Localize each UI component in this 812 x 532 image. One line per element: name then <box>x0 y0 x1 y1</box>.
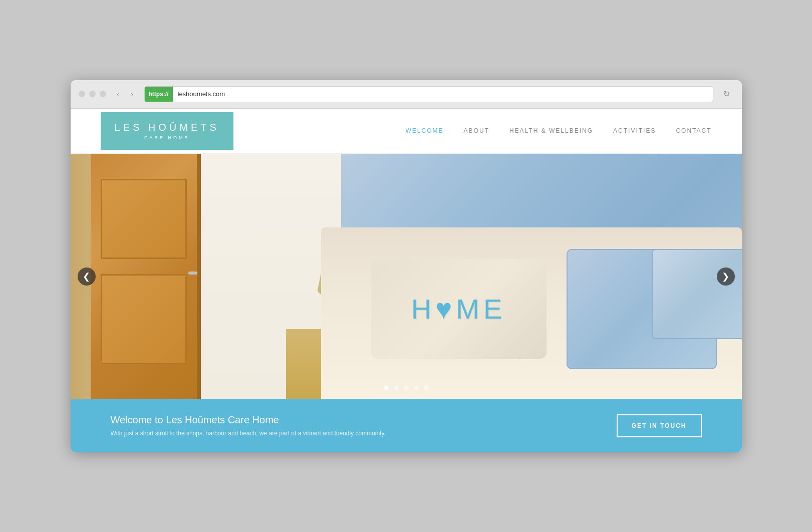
site-logo[interactable]: LES HOÛMETS CARE HOME <box>101 112 233 150</box>
carousel-dot-5[interactable] <box>424 385 429 390</box>
carousel-dot-1[interactable] <box>384 385 389 390</box>
pillow-main-graphic: H♥ME <box>371 259 547 359</box>
site-nav: WELCOME ABOUT HEALTH & WELLBEING ACTIVIT… <box>406 127 712 134</box>
cta-title: Welcome to Les Hoûmets Care Home <box>111 414 386 426</box>
nav-item-welcome[interactable]: WELCOME <box>406 127 444 134</box>
address-bar[interactable]: https:// leshoumets.com <box>144 86 713 102</box>
get-in-touch-button[interactable]: GET IN TOUCH <box>617 414 702 437</box>
cta-subtitle: With just a short stroll to the shops, h… <box>111 430 386 437</box>
cta-bar: Welcome to Les Hoûmets Care Home With ju… <box>71 399 742 452</box>
door-panel-top <box>101 179 187 259</box>
website-content: LES HOÛMETS CARE HOME WELCOME ABOUT HEAL… <box>71 109 742 452</box>
pillow-blue-graphic <box>652 249 742 339</box>
carousel-dot-4[interactable] <box>414 385 419 390</box>
carousel-dots <box>384 385 429 390</box>
door-panel-bottom <box>101 274 187 364</box>
nav-item-about[interactable]: ABOUT <box>464 127 489 134</box>
forward-button[interactable]: › <box>126 88 138 100</box>
nav-item-contact[interactable]: CONTACT <box>676 127 711 134</box>
close-window-btn[interactable] <box>79 91 85 97</box>
carousel-dot-2[interactable] <box>394 385 399 390</box>
home-pillow-text: H♥ME <box>411 293 506 325</box>
maximize-window-btn[interactable] <box>100 91 106 97</box>
https-badge: https:// <box>145 87 173 102</box>
bedroom-scene: H♥ME <box>71 154 742 399</box>
browser-chrome: ‹ › https:// leshoumets.com ↻ <box>71 80 742 109</box>
door-graphic <box>91 154 201 399</box>
minimize-window-btn[interactable] <box>89 91 96 97</box>
logo-title: LES HOÛMETS <box>115 122 219 133</box>
site-header: LES HOÛMETS CARE HOME WELCOME ABOUT HEAL… <box>71 109 742 154</box>
carousel-dot-3[interactable] <box>404 385 409 390</box>
bed-graphic: H♥ME <box>321 227 742 399</box>
hero-carousel: H♥ME ❮ ❯ <box>71 154 742 399</box>
door-handle <box>188 272 197 275</box>
browser-window: ‹ › https:// leshoumets.com ↻ LES HOÛMET… <box>71 80 742 452</box>
back-button[interactable]: ‹ <box>112 88 124 100</box>
nav-item-health[interactable]: HEALTH & WELLBEING <box>509 127 593 134</box>
cta-text-block: Welcome to Les Hoûmets Care Home With ju… <box>111 414 386 437</box>
carousel-prev-button[interactable]: ❮ <box>78 268 96 286</box>
logo-subtitle: CARE HOME <box>144 135 190 140</box>
reload-button[interactable]: ↻ <box>719 89 734 99</box>
url-text: leshoumets.com <box>173 90 230 98</box>
window-controls <box>79 91 106 97</box>
nav-item-activities[interactable]: ACTIVITIES <box>613 127 656 134</box>
carousel-next-button[interactable]: ❯ <box>717 268 735 286</box>
browser-nav-buttons: ‹ › <box>112 88 138 100</box>
